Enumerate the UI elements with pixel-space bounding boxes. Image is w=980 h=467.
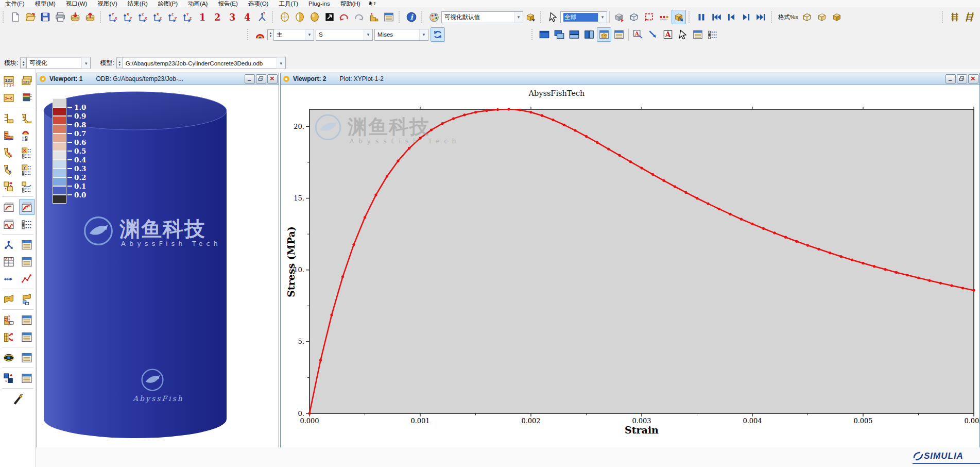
toolbar-handle[interactable] bbox=[689, 11, 692, 23]
frame-123-icon[interactable]: 1231 2 3 4 bbox=[1, 73, 17, 89]
minimize-icon[interactable] bbox=[245, 74, 255, 84]
menu-item-文件F[interactable]: 文件(F) bbox=[0, 0, 30, 8]
menu-item-绘图P[interactable]: 绘图(P) bbox=[153, 0, 183, 8]
restore-icon[interactable] bbox=[957, 74, 967, 84]
field-component-combo[interactable]: Mises▾ bbox=[374, 29, 428, 41]
menu-item-动画A[interactable]: 动画(A) bbox=[183, 0, 213, 8]
open-file-icon[interactable] bbox=[23, 10, 38, 24]
menu-item-Plug-ins[interactable]: Plug-ins bbox=[303, 1, 335, 7]
model-combo[interactable]: G:/Abaqus/temp23/Job-CylinderConcrete3De… bbox=[123, 57, 286, 69]
prev-frame-icon[interactable] bbox=[724, 10, 738, 24]
first-frame-icon[interactable] bbox=[709, 10, 724, 24]
next-frame-icon[interactable] bbox=[739, 10, 753, 24]
chevron-down-icon[interactable]: ▾ bbox=[514, 12, 523, 23]
toolbar-handle[interactable] bbox=[421, 11, 424, 23]
undo-icon[interactable] bbox=[337, 10, 351, 24]
zoom-rect-icon[interactable] bbox=[642, 10, 656, 24]
box-solid-icon[interactable] bbox=[815, 10, 829, 24]
view-front-icon[interactable]: YX bbox=[106, 10, 120, 24]
sync-arrows-icon[interactable] bbox=[431, 27, 445, 42]
symbol-options-icon[interactable]: X bbox=[19, 144, 35, 160]
color-code-icon[interactable] bbox=[427, 10, 441, 24]
xy-table-icon[interactable]: XY bbox=[1, 254, 17, 270]
selection-filter-combo[interactable]: 全部▾ bbox=[560, 11, 607, 23]
chevron-down-icon[interactable]: ▾ bbox=[364, 29, 372, 40]
print-icon[interactable] bbox=[53, 10, 67, 24]
model-spinner[interactable]: ▲▼ bbox=[116, 58, 123, 69]
context-info-icon[interactable]: i bbox=[404, 10, 419, 24]
new-file-icon[interactable] bbox=[8, 10, 23, 24]
perspective-icon[interactable] bbox=[322, 10, 337, 24]
rail-slant-icon[interactable] bbox=[962, 10, 977, 24]
view-4-icon[interactable]: 4 bbox=[240, 10, 254, 24]
symbol-plot-icon[interactable]: xxx bbox=[1, 144, 17, 160]
legend-list-icon[interactable] bbox=[706, 27, 720, 42]
toolbar-handle[interactable] bbox=[247, 29, 250, 40]
wavy-cascade-icon[interactable] bbox=[19, 291, 35, 307]
split-grid-icon[interactable] bbox=[1, 329, 17, 345]
orientation-plot-icon[interactable] bbox=[1, 161, 17, 177]
report-window-icon[interactable] bbox=[19, 254, 35, 270]
module-spinner[interactable]: ▲▼ bbox=[20, 58, 26, 69]
toolbar-handle[interactable] bbox=[771, 11, 774, 23]
xy-options-icon[interactable] bbox=[19, 216, 35, 232]
view-3-icon[interactable]: 3 bbox=[225, 10, 239, 24]
menu-item-视口W[interactable]: 视口(W) bbox=[61, 0, 93, 8]
import-odb-icon[interactable] bbox=[68, 10, 82, 24]
image-manager-icon[interactable] bbox=[19, 370, 35, 386]
wireframe-box-icon[interactable] bbox=[627, 10, 641, 24]
toolbar-handle[interactable] bbox=[399, 11, 402, 23]
view-2-icon[interactable]: 2 bbox=[210, 10, 225, 24]
toolbar-handle[interactable] bbox=[942, 11, 945, 23]
deformed-options-icon[interactable] bbox=[19, 178, 35, 194]
path-create-icon[interactable] bbox=[1, 271, 17, 287]
wavy-flag-icon[interactable] bbox=[1, 291, 17, 307]
toolbar-handle[interactable] bbox=[272, 11, 275, 23]
menu-item-工具T[interactable]: 工具(T) bbox=[273, 0, 303, 8]
color-code-combo[interactable]: 可视化默认值▾ bbox=[441, 11, 523, 23]
export-odb-icon[interactable] bbox=[83, 10, 97, 24]
view-iso-icon[interactable]: Y bbox=[255, 10, 269, 24]
menu-item-视图V[interactable]: 视图(V) bbox=[92, 0, 122, 8]
contour-options-icon[interactable] bbox=[19, 127, 35, 143]
menu-item-选项O[interactable]: 选项(O) bbox=[243, 0, 274, 8]
annotation-table-icon[interactable] bbox=[691, 27, 705, 42]
render-hidden-icon[interactable] bbox=[293, 10, 307, 24]
image-swap-icon[interactable] bbox=[1, 370, 17, 386]
odb-table-icon[interactable] bbox=[19, 237, 35, 253]
toolbar-handle[interactable] bbox=[100, 11, 103, 23]
chevron-down-icon[interactable]: ▾ bbox=[419, 29, 428, 40]
xy-sine-icon[interactable] bbox=[1, 216, 17, 232]
module-combo[interactable]: 可视化▾ bbox=[26, 57, 91, 69]
orientation-options-icon[interactable] bbox=[19, 161, 35, 177]
replace-all-icon[interactable] bbox=[612, 10, 626, 24]
viewport-1-titlebar[interactable]: Viewport: 1 ODB: G:/Abaqus/temp23/Job-..… bbox=[37, 73, 279, 85]
rail-icon[interactable] bbox=[948, 10, 962, 24]
save-icon[interactable] bbox=[38, 10, 53, 24]
position-spinner[interactable]: ▲▼ bbox=[267, 29, 273, 40]
state-annotation-icon[interactable] bbox=[597, 27, 611, 42]
cut-L-icon[interactable] bbox=[1, 312, 17, 328]
menu-item-报告E[interactable]: 报告(E) bbox=[213, 0, 243, 8]
annotation-manager-icon[interactable] bbox=[612, 27, 626, 42]
menu-item-模型M[interactable]: 模型(M) bbox=[30, 0, 61, 8]
render-box-icon[interactable] bbox=[672, 10, 686, 24]
box-wire-icon[interactable] bbox=[800, 10, 814, 24]
animate-harmonic-icon[interactable]: >-< bbox=[1, 90, 17, 106]
split-manager-icon[interactable] bbox=[19, 329, 35, 345]
stream-plot-icon[interactable] bbox=[1, 349, 17, 365]
viewport-1-canvas[interactable]: 1.00.90.80.70.60.50.40.30.20.10.0 渊鱼科技 A… bbox=[37, 85, 279, 447]
viewport-cascade-icon[interactable] bbox=[552, 27, 566, 42]
toolbar-handle[interactable] bbox=[531, 29, 535, 40]
last-frame-icon[interactable] bbox=[754, 10, 768, 24]
color-dialog-icon[interactable] bbox=[523, 10, 538, 24]
toolbar-handle[interactable] bbox=[540, 11, 543, 23]
restore-icon[interactable] bbox=[256, 74, 266, 84]
redo-icon[interactable] bbox=[352, 10, 366, 24]
arrow-annotation-icon[interactable] bbox=[646, 27, 660, 42]
viewport-create-icon[interactable] bbox=[537, 27, 552, 42]
query-icon[interactable] bbox=[367, 10, 381, 24]
chevron-down-icon[interactable]: ▾ bbox=[81, 58, 90, 69]
viewport-2-canvas[interactable]: AbyssFishTech 0.0000.0010.0020.0030.0040… bbox=[281, 85, 979, 447]
view-1-icon[interactable]: 1 bbox=[195, 10, 210, 24]
